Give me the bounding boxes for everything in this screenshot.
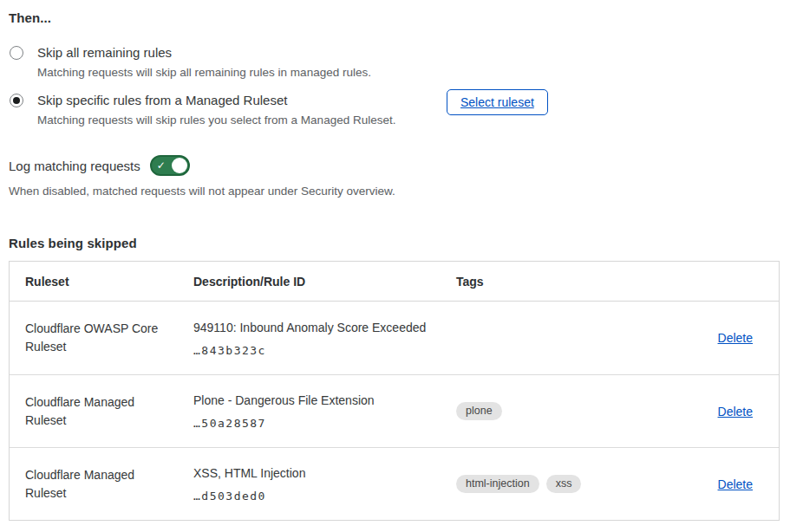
rule-description: Plone - Dangerous File Extension [193, 393, 456, 409]
column-header-tags: Tags [456, 275, 683, 289]
rule-description: XSS, HTML Injection [193, 465, 456, 482]
ruleset-cell: Cloudflare OWASP Core Ruleset [25, 320, 168, 356]
option-skip-all-label: Skip all remaining rules [37, 44, 438, 62]
rule-id: …50a28587 [193, 417, 456, 430]
skip-rule-config-page: Then... Skip all remaining rules Matchin… [0, 0, 790, 532]
rules-table: Ruleset Description/Rule ID Tags Cloudfl… [9, 261, 780, 521]
rule-id: …d503ded0 [193, 490, 456, 503]
ruleset-cell: Cloudflare Managed Ruleset [25, 393, 168, 430]
radio-dot [13, 97, 20, 104]
action-cell: Delete [683, 405, 753, 418]
tags-cell: html-injection xss [456, 475, 683, 493]
action-cell: Delete [683, 331, 753, 345]
option-skip-specific[interactable]: Skip specific rules from a Managed Rules… [9, 92, 780, 128]
delete-link[interactable]: Delete [718, 331, 753, 345]
radio-dot [13, 49, 20, 56]
column-header-ruleset: Ruleset [25, 275, 193, 289]
log-matching-help: When disabled, matched requests will not… [9, 184, 780, 199]
option-skip-specific-description: Matching requests will skip rules you se… [37, 113, 438, 128]
option-skip-specific-text: Skip specific rules from a Managed Rules… [37, 92, 438, 128]
description-cell: XSS, HTML Injection …d503ded0 [193, 465, 456, 503]
table-row: Cloudflare OWASP Core Ruleset 949110: In… [10, 302, 779, 374]
option-skip-all-remaining[interactable]: Skip all remaining rules Matching reques… [9, 44, 780, 81]
tag-pill: plone [456, 402, 502, 420]
radio-skip-specific[interactable] [10, 94, 23, 107]
description-cell: Plone - Dangerous File Extension …50a285… [193, 393, 456, 430]
radio-skip-all-remaining[interactable] [10, 46, 23, 60]
option-skip-all-description: Matching requests will skip all remainin… [37, 65, 438, 81]
check-icon: ✓ [157, 160, 166, 171]
table-header-row: Ruleset Description/Rule ID Tags [10, 262, 779, 302]
select-ruleset-button[interactable]: Select ruleset [447, 89, 548, 115]
tag-pill: html-injection [456, 475, 539, 493]
description-cell: 949110: Inbound Anomaly Score Exceeded …… [193, 320, 456, 357]
delete-link[interactable]: Delete [718, 405, 753, 418]
log-matching-label: Log matching requests [9, 159, 140, 173]
table-row: Cloudflare Managed Ruleset Plone - Dange… [10, 374, 779, 447]
option-skip-all-text: Skip all remaining rules Matching reques… [37, 44, 438, 81]
log-matching-toggle[interactable]: ✓ [150, 155, 190, 176]
column-header-description: Description/Rule ID [193, 275, 456, 289]
log-matching-row: Log matching requests ✓ [9, 155, 780, 176]
rule-id: …843b323c [193, 344, 456, 357]
rule-description: 949110: Inbound Anomaly Score Exceeded [193, 320, 456, 336]
delete-link[interactable]: Delete [718, 477, 753, 491]
tag-pill: xss [546, 475, 582, 493]
action-cell: Delete [683, 477, 753, 491]
toggle-knob [172, 158, 187, 173]
option-skip-specific-label: Skip specific rules from a Managed Rules… [37, 92, 438, 109]
ruleset-cell: Cloudflare Managed Ruleset [25, 466, 168, 503]
rules-skipped-heading: Rules being skipped [9, 236, 780, 250]
tags-cell: plone [456, 402, 683, 420]
then-heading: Then... [9, 10, 780, 25]
table-row: Cloudflare Managed Ruleset XSS, HTML Inj… [10, 447, 779, 520]
